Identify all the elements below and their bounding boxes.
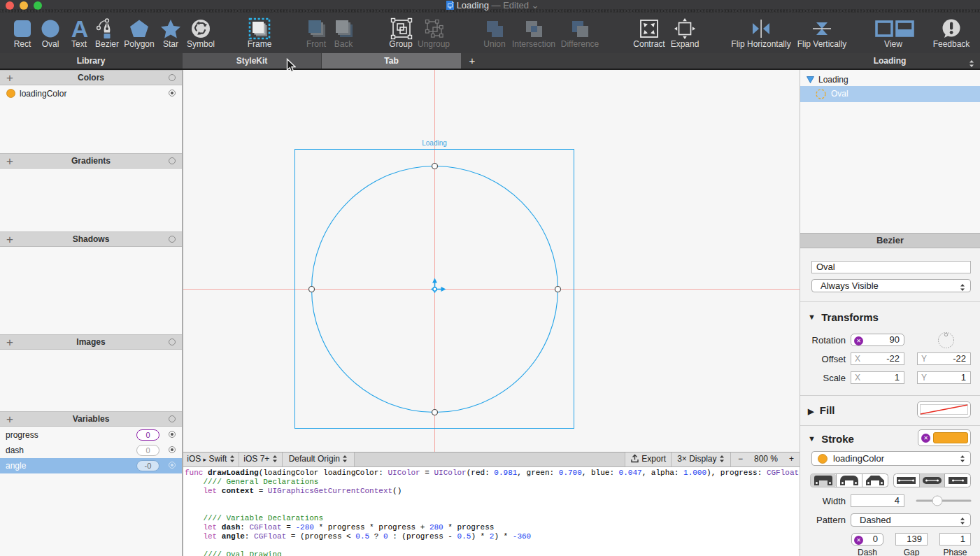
svg-text:A: A: [71, 18, 89, 39]
svg-text:Loading: Loading: [422, 139, 447, 147]
